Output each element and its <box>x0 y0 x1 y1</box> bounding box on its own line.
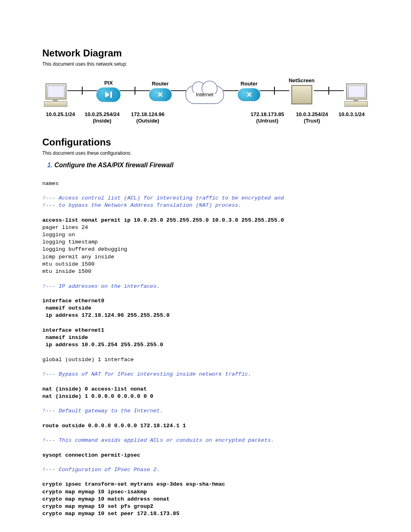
code-line: logging buffered debugging <box>42 246 127 252</box>
code-comment: !--- IP addresses on the interfaces. <box>42 283 160 289</box>
code-line: names <box>42 181 59 187</box>
network-diagram: PIX Router ✕ Internet Router ✕ NetScreen <box>42 73 369 125</box>
code-line: nameif inside <box>42 335 88 341</box>
code-line: logging on <box>42 232 75 238</box>
code-line: crypto map mymap 10 match address nonat <box>42 496 170 502</box>
section-lead-network-diagram: This document uses this network setup: <box>42 61 369 67</box>
code-line: mtu inside 1500 <box>42 268 91 274</box>
config-step-1: Configure the ASA/PIX firewall Firewall <box>54 162 369 169</box>
code-line: pager lines 24 <box>42 224 88 231</box>
code-comment: !--- Default gateway to the Internet. <box>42 408 163 414</box>
code-line: nameif outside <box>42 305 91 311</box>
section-heading-network-diagram: Network Diagram <box>42 48 369 59</box>
pc-right-ip: 10.0.3.1/24 <box>334 111 369 125</box>
pix-inside-tag: (Inside) <box>80 118 124 124</box>
config-step-1-title: Configure the ASA/PIX firewall Firewall <box>54 162 173 168</box>
code-line: crypto map mymap 10 set pfs group2 <box>42 503 153 509</box>
section-lead-configurations: This document uses these configurations: <box>42 150 369 156</box>
code-comment: !--- Access control list (ACL) for inter… <box>42 195 284 201</box>
code-line: nat (inside) 1 0.0.0.0 0.0.0.0 0 0 <box>42 393 153 399</box>
ns-trust-ip: 10.0.3.254/24 <box>291 111 333 118</box>
pix-outside-addr: 172.18.124.96 (Outside) <box>126 111 170 125</box>
code-line: interface ethernet1 <box>42 327 104 333</box>
config-code-block: names !--- Access control list (ACL) for… <box>42 180 369 518</box>
ns-untrust-addr: 172.18.173.85 (Untrust) <box>245 111 289 125</box>
code-comment: !--- This command avoids applied ACLs or… <box>42 437 274 443</box>
netscreen-icon <box>291 85 312 104</box>
pc-right <box>343 76 369 106</box>
pix-device: PIX <box>96 80 120 102</box>
pix-outside-ip: 172.18.124.96 <box>126 111 170 118</box>
netscreen-label: NetScreen <box>289 77 314 83</box>
code-line: icmp permit any inside <box>42 254 114 260</box>
code-line: mtu outside 1500 <box>42 261 95 267</box>
code-line: access-list nonat permit ip 10.0.25.0 25… <box>42 217 284 223</box>
ns-untrust-ip: 172.18.173.85 <box>245 111 289 118</box>
internet-cloud: Internet <box>185 78 224 104</box>
ns-untrust-tag: (Untrust) <box>245 118 289 124</box>
code-line: sysopt connection permit-ipsec <box>42 452 140 458</box>
pc-left-ip: 10.0.25.1/24 <box>42 111 79 125</box>
ns-trust-addr: 10.0.3.254/24 (Trust) <box>291 111 333 125</box>
code-line: ip address 172.18.124.96 255.255.255.0 <box>42 312 170 318</box>
code-comment: !--- Bypass of NAT for IPsec interesting… <box>42 371 251 377</box>
code-line: crypto ipsec transform-set mytrans esp-3… <box>42 481 225 487</box>
code-line: global (outside) 1 interface <box>42 357 134 363</box>
pix-icon <box>96 87 120 102</box>
router-left: Router ✕ <box>149 81 172 101</box>
section-heading-configurations: Configurations <box>42 137 369 148</box>
code-line: logging timestamp <box>42 239 98 245</box>
cloud-icon: Internet <box>185 85 224 104</box>
router-icon: ✕ <box>149 88 172 101</box>
ns-trust-tag: (Trust) <box>291 118 333 124</box>
code-comment: !--- Configuration of IPsec Phase 2. <box>42 467 160 473</box>
code-line: route outside 0.0.0.0 0.0.0.0 172.18.124… <box>42 423 186 429</box>
code-comment: !--- to bypass the Network Address Trans… <box>42 202 241 208</box>
code-line: crypto map mymap 10 set peer 172.18.173.… <box>42 511 179 517</box>
code-line: interface ethernet0 <box>42 298 104 304</box>
router-right: Router ✕ <box>238 81 260 101</box>
pix-inside-ip: 10.0.25.254/24 <box>80 111 124 118</box>
code-line: nat (inside) 0 access-list nonat <box>42 386 147 392</box>
config-ordered-list: Configure the ASA/PIX firewall Firewall <box>54 162 369 169</box>
code-line: ip address 10.0.25.254 255.255.255.0 <box>42 342 163 348</box>
pc-left <box>42 76 68 106</box>
router-left-label: Router <box>152 81 169 87</box>
pix-outside-tag: (Outside) <box>126 118 170 124</box>
router-right-label: Router <box>241 81 257 87</box>
netscreen-device: NetScreen <box>289 77 314 104</box>
computer-icon <box>42 83 68 106</box>
computer-icon <box>343 83 369 106</box>
pix-inside-addr: 10.0.25.254/24 (Inside) <box>80 111 124 125</box>
router-icon: ✕ <box>238 88 260 101</box>
pix-label: PIX <box>104 80 113 86</box>
cloud-label: Internet <box>185 85 224 104</box>
code-line: crypto map mymap 10 ipsec-isakmp <box>42 489 147 495</box>
